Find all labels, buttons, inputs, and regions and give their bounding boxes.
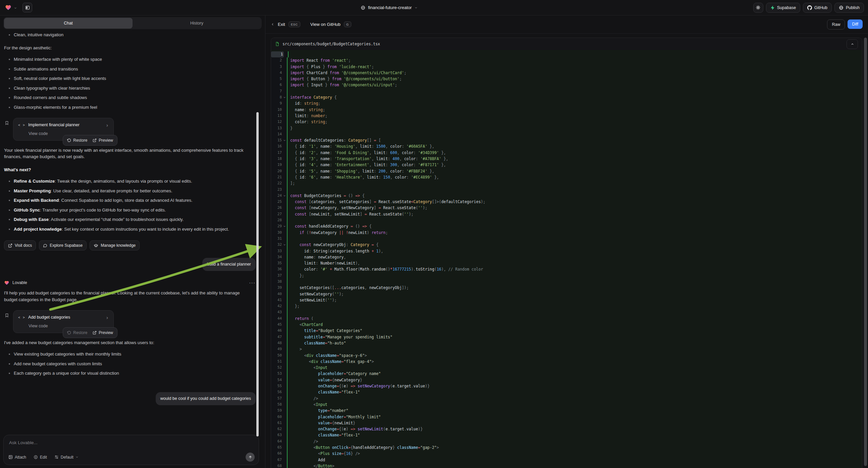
bookmark-icon[interactable]	[5, 313, 9, 318]
line-number: 40	[271, 291, 282, 297]
attach-button[interactable]: Attach	[8, 455, 26, 460]
diff-toggle-button[interactable]: Diff	[847, 20, 863, 29]
settings-button[interactable]	[753, 3, 763, 13]
line-number: 4	[271, 70, 282, 76]
line-number: 2	[271, 57, 282, 63]
gutter: 57	[271, 396, 287, 402]
code-line: 19 { id: '4', name: 'Entertainment', lim…	[271, 162, 862, 168]
code-line: 29 const handleAddCategory = () => {	[271, 223, 862, 229]
chat-scrollbar[interactable]	[256, 112, 259, 436]
code-line: 36 color: '#' + Math.floor(Math.random()…	[271, 266, 862, 272]
bullet-dot-icon	[9, 363, 10, 364]
fold-chevron-icon[interactable]	[282, 195, 287, 197]
exit-button[interactable]: Exit ESC	[271, 22, 300, 27]
code-line: 34 name: newCategory,	[271, 254, 862, 260]
line-number: 55	[271, 383, 282, 389]
tab-history[interactable]: History	[132, 18, 261, 29]
added-paragraph: I've added a new budget categories manag…	[4, 340, 254, 346]
github-button[interactable]: GitHub	[803, 3, 832, 13]
line-number: 24	[271, 193, 282, 199]
message-menu-icon[interactable]: ···	[249, 280, 256, 286]
manage-knowledge-button[interactable]: Manage knowledge	[90, 240, 140, 251]
gutter: 11	[271, 113, 287, 119]
bullet-dot-icon	[9, 229, 10, 230]
preview-button[interactable]: Preview	[93, 330, 113, 336]
code-line: 20 { id: '5', name: 'Shopping', limit: 2…	[271, 168, 862, 174]
code-editor[interactable]: 12import React from 'react';3import { Pl…	[271, 50, 862, 468]
list-item: Soft, neutral color palette with light b…	[9, 75, 250, 82]
restore-button[interactable]: Restore	[67, 330, 87, 336]
gutter: 48	[271, 340, 287, 346]
ready-paragraph: Your sleek financial planner is now read…	[4, 147, 254, 160]
list-item: Glass-morphic elements for a premium fee…	[9, 104, 250, 111]
bullet-dot-icon	[9, 219, 10, 220]
gutter: 28	[271, 217, 287, 223]
esc-key-badge: ESC	[288, 22, 300, 27]
list-item: Master Prompting: Use clear, detailed, a…	[9, 188, 250, 195]
list-item: Expand with Backend: Connect Supabase to…	[9, 197, 250, 204]
sidebar-toggle-button[interactable]	[23, 3, 32, 12]
chat-composer[interactable]: Ask Lovable... Attach Edit Default	[3, 435, 259, 465]
gutter: 30	[271, 230, 287, 236]
added-bullet-list: View existing budget categories with the…	[4, 351, 256, 377]
restore-button[interactable]: Restore	[67, 137, 87, 143]
fold-chevron-icon[interactable]	[282, 96, 287, 99]
preview-button[interactable]: Preview	[93, 137, 113, 143]
code-line: 66 <Plus size={16} />	[271, 450, 862, 457]
tab-chat[interactable]: Chat	[4, 18, 132, 29]
fold-chevron-icon[interactable]	[282, 243, 287, 246]
gutter: 3	[271, 64, 287, 70]
supabase-button[interactable]: Supabase	[766, 3, 800, 13]
list-item: Rounded corners and subtle shadows	[9, 94, 250, 101]
collapse-file-button[interactable]	[846, 39, 858, 49]
code-scrollbar[interactable]	[864, 38, 867, 466]
raw-toggle-button[interactable]: Raw	[827, 20, 845, 30]
code-line: 51 <div className="flex gap-4">	[271, 358, 862, 364]
gutter: 39	[271, 285, 287, 291]
version-card[interactable]: < > Add budget categories › View code Re…	[13, 310, 114, 333]
lovable-logo-icon[interactable]	[5, 4, 12, 11]
bullet-dot-icon	[9, 373, 10, 374]
bookmark-icon[interactable]	[5, 120, 9, 125]
line-number: 41	[271, 297, 282, 303]
code-line: 60 placeholder="Monthly limit"	[271, 414, 862, 420]
fold-chevron-icon[interactable]	[282, 225, 287, 228]
line-number: 32	[271, 242, 282, 248]
version-card[interactable]: < > Implement financial planner › View c…	[13, 118, 114, 141]
gutter: 16	[271, 143, 287, 149]
code-line: 39 setCategories([...categories, newCate…	[271, 285, 862, 291]
bullet-dot-icon	[9, 353, 10, 355]
chevron-down-icon	[75, 456, 79, 459]
line-number: 59	[271, 408, 282, 414]
chevron-up-icon	[850, 42, 854, 46]
gutter: 43	[271, 309, 287, 315]
view-on-github-button[interactable]: View on GitHub G	[310, 22, 351, 27]
explore-supabase-button[interactable]: Explore Supabase	[39, 240, 87, 251]
project-switcher[interactable]: financial-future-creator	[361, 0, 418, 15]
code-line: 32 const newCategoryObj: Category = {	[271, 242, 862, 248]
design-bullet-list: Minimalist interface with plenty of whit…	[4, 56, 256, 111]
send-button[interactable]	[246, 452, 255, 462]
gutter: 22	[271, 180, 287, 186]
code-line: 67 Add	[271, 457, 862, 463]
chat-input[interactable]: Ask Lovable...	[4, 435, 259, 445]
gutter: 7	[271, 88, 287, 94]
gutter: 35	[271, 260, 287, 266]
gutter: 49	[271, 346, 287, 352]
line-number: 46	[271, 328, 282, 334]
lovable-heart-icon	[4, 280, 9, 285]
model-selector[interactable]: Default	[54, 455, 79, 460]
gutter: 58	[271, 402, 287, 408]
whats-next-heading: What's next?	[4, 167, 254, 173]
gutter: 65	[271, 444, 287, 450]
fold-chevron-icon[interactable]	[282, 139, 287, 142]
file-header[interactable]: src/components/budget/BudgetCategories.t…	[271, 38, 862, 50]
workspace-chevron-down-icon[interactable]	[14, 6, 17, 10]
code-line: 10 name: string;	[271, 107, 862, 113]
visit-docs-button[interactable]: Visit docs	[4, 240, 36, 251]
gutter: 41	[271, 297, 287, 303]
edit-mode-button[interactable]: Edit	[34, 455, 47, 460]
chat-thread: Clean, intuitive navigation For the desi…	[0, 30, 265, 433]
publish-button[interactable]: Publish	[834, 3, 864, 13]
line-number: 44	[271, 316, 282, 322]
